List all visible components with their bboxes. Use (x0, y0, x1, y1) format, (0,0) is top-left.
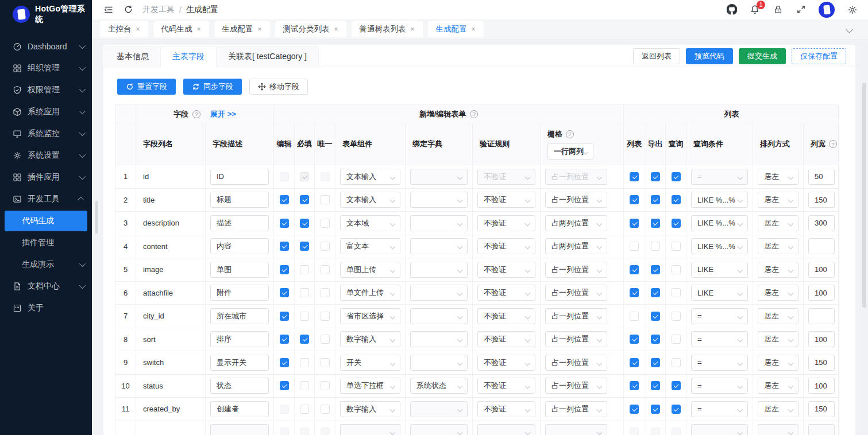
unique-checkbox[interactable] (321, 288, 330, 297)
unique-checkbox[interactable] (321, 219, 330, 228)
open-tab-4[interactable]: 普通树表列表× (352, 21, 423, 37)
align-select[interactable]: 居左 (758, 262, 798, 278)
list-checkbox[interactable] (630, 219, 639, 228)
close-tab-icon[interactable]: × (197, 25, 201, 33)
fullscreen-icon[interactable] (796, 5, 806, 15)
column-width-input[interactable]: 300 (808, 215, 835, 231)
preview-code-button[interactable]: 预览代码 (686, 48, 733, 64)
grid-span-select[interactable]: 占两列位置 (545, 238, 607, 254)
tab-basic-info[interactable]: 基本信息 (105, 46, 161, 67)
align-select[interactable]: 居左 (758, 169, 798, 185)
align-select[interactable]: 居左 (758, 215, 798, 231)
tab-main-fields[interactable]: 主表字段 (160, 46, 217, 67)
edit-checkbox[interactable] (280, 219, 289, 228)
sidebar-item-12[interactable]: 关于 (0, 297, 92, 319)
unique-checkbox[interactable] (321, 405, 330, 414)
form-component-select[interactable]: 单选下拉框 (340, 378, 400, 394)
column-width-input[interactable]: 100 (808, 262, 835, 278)
query-checkbox[interactable] (672, 288, 681, 297)
unique-checkbox[interactable] (321, 265, 330, 274)
edit-checkbox[interactable] (280, 288, 289, 297)
close-tab-icon[interactable]: × (258, 25, 262, 33)
list-checkbox[interactable] (630, 405, 639, 414)
required-checkbox[interactable] (300, 405, 309, 414)
query-condition-select[interactable]: LIKE %...% (691, 192, 748, 208)
query-checkbox[interactable] (672, 358, 681, 367)
align-select[interactable]: 居左 (758, 378, 798, 394)
column-width-input[interactable]: 100 (808, 285, 835, 301)
list-checkbox[interactable] (630, 288, 639, 297)
bind-dict-select[interactable] (410, 215, 468, 231)
align-select[interactable]: 居左 (758, 192, 798, 208)
field-desc-input[interactable]: 排序 (210, 331, 269, 347)
bind-dict-select[interactable] (410, 285, 468, 301)
sidebar-item-10[interactable]: 生成演示 (0, 254, 92, 275)
bind-dict-select[interactable] (410, 192, 468, 208)
open-tab-5[interactable]: 生成配置× (428, 21, 484, 37)
query-condition-select[interactable]: = (691, 401, 748, 417)
form-component-select[interactable]: 数字输入 (340, 401, 400, 417)
bind-dict-select[interactable]: 系统状态 (410, 378, 468, 394)
column-width-input[interactable]: 50 (808, 169, 835, 185)
move-fields-button[interactable]: 移动字段 (249, 79, 308, 95)
query-condition-select[interactable]: LIKE %...% (691, 215, 748, 231)
query-checkbox[interactable] (672, 172, 681, 181)
grid-span-select[interactable]: 占一列位置 (545, 331, 607, 347)
notification-bell-icon[interactable]: 1 (750, 5, 760, 15)
export-checkbox[interactable] (651, 219, 660, 228)
export-checkbox[interactable] (651, 381, 660, 390)
list-checkbox[interactable] (630, 381, 639, 390)
form-component-select[interactable]: 省市区选择 (340, 308, 400, 324)
export-checkbox[interactable] (651, 172, 660, 181)
validate-rule-select[interactable]: 不验证 (477, 215, 535, 231)
sidebar-item-6[interactable]: 插件应用 (0, 166, 92, 188)
edit-checkbox[interactable] (280, 381, 289, 390)
column-width-input[interactable] (808, 308, 835, 324)
align-select[interactable]: 居左 (758, 331, 798, 347)
edit-checkbox[interactable] (280, 358, 289, 367)
grid-span-select[interactable]: 占一列位置 (545, 262, 607, 278)
sidebar-item-Dashboard[interactable]: Dashboard (0, 36, 92, 57)
expand-link[interactable]: 展开 >> (210, 109, 236, 119)
grid-span-select[interactable]: 占一列位置 (545, 355, 607, 371)
validate-rule-select[interactable]: 不验证 (477, 308, 535, 324)
column-width-input[interactable]: 100 (808, 378, 835, 394)
back-to-list-button[interactable]: 返回列表 (633, 48, 680, 64)
list-checkbox[interactable] (630, 335, 639, 344)
validate-rule-select[interactable]: 不验证 (477, 285, 535, 301)
edit-checkbox[interactable] (280, 265, 289, 274)
list-checkbox[interactable] (630, 358, 639, 367)
sync-fields-button[interactable]: 同步字段 (183, 79, 242, 95)
field-desc-input[interactable]: 状态 (210, 378, 269, 394)
settings-gear-icon[interactable] (847, 5, 858, 15)
field-desc-input[interactable]: 创建者 (210, 401, 269, 417)
sidebar-item-9[interactable]: 插件管理 (0, 232, 92, 254)
submit-generate-button[interactable]: 提交生成 (739, 48, 786, 64)
page-scrollbar-thumb[interactable] (862, 83, 866, 308)
query-checkbox[interactable] (672, 405, 681, 414)
validate-rule-select[interactable]: 不验证 (477, 331, 535, 347)
query-checkbox[interactable] (672, 219, 681, 228)
sidebar-item-7[interactable]: 开发工具 (0, 188, 92, 210)
open-tab-2[interactable]: 生成配置× (214, 21, 270, 37)
unique-checkbox[interactable] (321, 381, 330, 390)
export-checkbox[interactable] (651, 265, 660, 274)
grid-layout-select[interactable]: 一行两列 (547, 143, 593, 160)
align-select[interactable]: 居左 (758, 401, 798, 417)
validate-rule-select[interactable]: 不验证 (477, 192, 535, 208)
edit-checkbox[interactable] (280, 335, 289, 344)
list-checkbox[interactable] (630, 312, 639, 321)
list-checkbox[interactable] (630, 172, 639, 181)
save-config-only-button[interactable]: 仅保存配置 (792, 48, 846, 64)
query-checkbox[interactable] (672, 195, 681, 204)
edit-checkbox[interactable] (280, 195, 289, 204)
logo-row[interactable]: HotGo管理系统 (0, 0, 92, 29)
sidebar-item-8[interactable]: 代码生成 (5, 211, 87, 231)
width-help-icon[interactable]: ? (829, 140, 837, 148)
list-checkbox[interactable] (630, 242, 639, 251)
field-desc-input[interactable]: 描述 (210, 215, 269, 231)
unique-checkbox[interactable] (321, 335, 330, 344)
align-select[interactable]: 居左 (758, 355, 798, 371)
align-select[interactable]: 居左 (758, 238, 798, 254)
form-component-select[interactable]: 富文本 (340, 238, 400, 254)
